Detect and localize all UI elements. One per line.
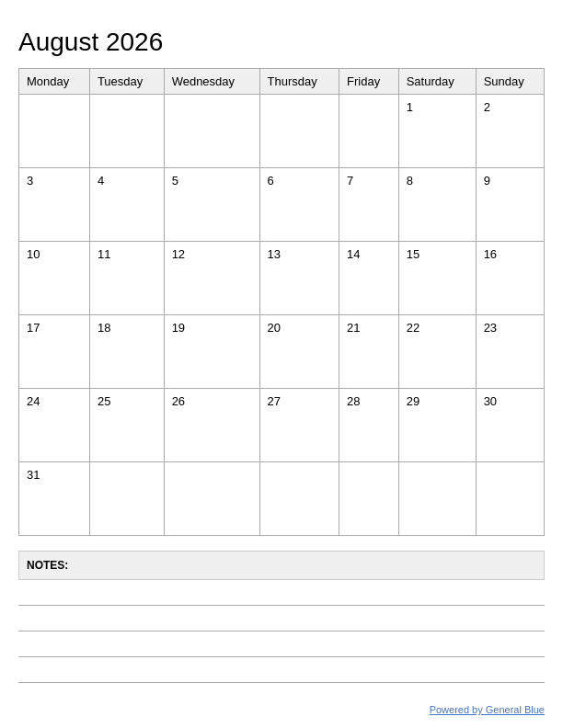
day-number: 23 bbox=[484, 321, 536, 335]
day-number: 17 bbox=[27, 321, 82, 335]
week-row-1: 12 bbox=[19, 95, 545, 168]
day-cell: 15 bbox=[398, 242, 476, 315]
day-cell: 7 bbox=[339, 168, 399, 242]
day-cell: 28 bbox=[339, 389, 399, 462]
day-cell: 11 bbox=[89, 242, 164, 315]
day-cell: 14 bbox=[339, 242, 399, 315]
day-cell: 21 bbox=[339, 315, 399, 389]
day-cell: 24 bbox=[19, 389, 90, 462]
day-cell: 6 bbox=[259, 168, 339, 242]
day-number: 15 bbox=[407, 247, 468, 261]
header-cell-saturday: Saturday bbox=[398, 69, 476, 95]
day-cell: 4 bbox=[89, 168, 164, 242]
day-number: 31 bbox=[27, 468, 82, 482]
day-number: 5 bbox=[172, 174, 252, 188]
notes-line-3 bbox=[18, 631, 545, 657]
day-cell bbox=[398, 462, 476, 536]
day-cell bbox=[19, 95, 90, 168]
day-cell: 19 bbox=[164, 315, 259, 389]
day-number: 19 bbox=[172, 321, 252, 335]
day-number: 20 bbox=[268, 321, 332, 335]
day-cell: 3 bbox=[19, 168, 90, 242]
day-cell bbox=[476, 462, 544, 536]
day-number: 25 bbox=[98, 394, 156, 408]
header-cell-wednesday: Wednesday bbox=[164, 69, 259, 95]
day-cell: 18 bbox=[89, 315, 164, 389]
header-cell-sunday: Sunday bbox=[476, 69, 544, 95]
notes-line-1 bbox=[18, 580, 545, 606]
day-cell: 17 bbox=[19, 315, 90, 389]
day-number: 28 bbox=[347, 394, 391, 408]
day-cell bbox=[259, 95, 339, 168]
day-cell: 25 bbox=[89, 389, 164, 462]
header-cell-tuesday: Tuesday bbox=[89, 69, 164, 95]
calendar-title: August 2026 bbox=[18, 28, 545, 57]
page-container: August 2026 MondayTuesdayWednesdayThursd… bbox=[0, 0, 563, 701]
day-number: 13 bbox=[268, 247, 332, 261]
day-cell: 23 bbox=[476, 315, 544, 389]
day-cell: 2 bbox=[476, 95, 544, 168]
day-number: 11 bbox=[98, 247, 156, 261]
notes-section: NOTES: bbox=[18, 551, 545, 683]
day-cell: 9 bbox=[476, 168, 544, 242]
day-cell: 26 bbox=[164, 389, 259, 462]
header-cell-friday: Friday bbox=[339, 69, 399, 95]
week-row-4: 17181920212223 bbox=[19, 315, 545, 389]
day-cell: 12 bbox=[164, 242, 259, 315]
day-cell: 29 bbox=[398, 389, 476, 462]
powered-by-link[interactable]: Powered by General Blue bbox=[430, 704, 545, 715]
day-number: 24 bbox=[27, 394, 82, 408]
day-number: 3 bbox=[27, 174, 82, 188]
day-number: 6 bbox=[268, 174, 332, 188]
day-number: 12 bbox=[172, 247, 252, 261]
day-number: 16 bbox=[484, 247, 536, 261]
week-row-2: 3456789 bbox=[19, 168, 545, 242]
day-number: 14 bbox=[347, 247, 391, 261]
notes-label: NOTES: bbox=[18, 551, 545, 580]
day-number: 27 bbox=[268, 394, 332, 408]
day-cell: 5 bbox=[164, 168, 259, 242]
day-cell bbox=[164, 95, 259, 168]
day-cell: 31 bbox=[19, 462, 90, 536]
day-cell bbox=[339, 95, 399, 168]
day-number: 22 bbox=[407, 321, 468, 335]
day-cell: 1 bbox=[398, 95, 476, 168]
day-cell: 27 bbox=[259, 389, 339, 462]
notes-line-2 bbox=[18, 606, 545, 631]
day-cell: 30 bbox=[476, 389, 544, 462]
day-cell: 8 bbox=[398, 168, 476, 242]
day-number: 30 bbox=[484, 394, 536, 408]
day-cell: 20 bbox=[259, 315, 339, 389]
day-cell bbox=[164, 462, 259, 536]
day-cell bbox=[89, 95, 164, 168]
day-number: 2 bbox=[484, 100, 536, 114]
day-number: 21 bbox=[347, 321, 391, 335]
day-cell: 10 bbox=[19, 242, 90, 315]
day-cell bbox=[339, 462, 399, 536]
header-cell-thursday: Thursday bbox=[259, 69, 339, 95]
header-cell-monday: Monday bbox=[19, 69, 90, 95]
day-number: 1 bbox=[407, 100, 468, 114]
calendar-table: MondayTuesdayWednesdayThursdayFridaySatu… bbox=[18, 68, 545, 536]
day-number: 4 bbox=[98, 174, 156, 188]
day-number: 26 bbox=[172, 394, 252, 408]
day-number: 29 bbox=[407, 394, 468, 408]
notes-line-4 bbox=[18, 657, 545, 683]
week-row-3: 10111213141516 bbox=[19, 242, 545, 315]
week-row-5: 24252627282930 bbox=[19, 389, 545, 462]
week-row-6: 31 bbox=[19, 462, 545, 536]
day-cell: 22 bbox=[398, 315, 476, 389]
day-cell bbox=[89, 462, 164, 536]
day-cell bbox=[259, 462, 339, 536]
day-number: 7 bbox=[347, 174, 391, 188]
day-number: 9 bbox=[484, 174, 536, 188]
day-number: 18 bbox=[98, 321, 156, 335]
day-cell: 16 bbox=[476, 242, 544, 315]
header-row: MondayTuesdayWednesdayThursdayFridaySatu… bbox=[19, 69, 545, 95]
day-number: 8 bbox=[407, 174, 468, 188]
day-cell: 13 bbox=[259, 242, 339, 315]
day-number: 10 bbox=[27, 247, 82, 261]
